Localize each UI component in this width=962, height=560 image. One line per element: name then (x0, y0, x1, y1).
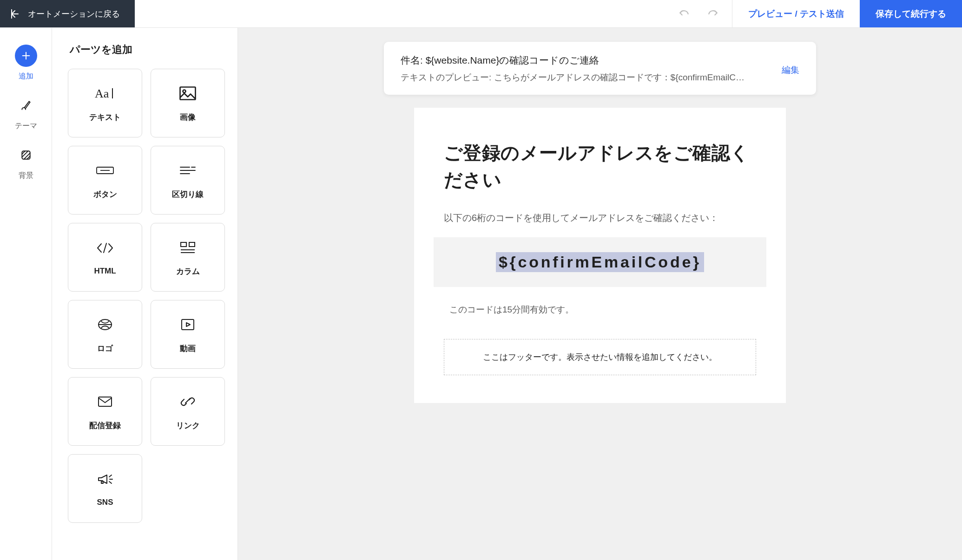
subject-line: 件名: ${website.Name}の確認コードのご連絡 (401, 54, 768, 67)
text-icon: Aa (95, 84, 115, 103)
texture-icon (15, 144, 37, 166)
megaphone-icon (97, 470, 113, 488)
undo-icon (678, 8, 690, 20)
part-label: カラム (176, 266, 200, 277)
footer-placeholder-text: ここはフッターです。表示させたい情報を追加してください。 (483, 352, 717, 362)
subject-preview-card: 件名: ${website.Name}の確認コードのご連絡 テキストのプレビュー… (384, 42, 816, 95)
button-icon (96, 161, 114, 180)
main-layout: 追加 テーマ 背景 (0, 28, 962, 560)
code-icon (95, 239, 115, 257)
subject-text-area: 件名: ${website.Name}の確認コードのご連絡 テキストのプレビュー… (401, 54, 768, 84)
app-header: オートメーションに戻る (0, 0, 962, 28)
svg-line-20 (104, 243, 106, 253)
redo-button[interactable] (698, 0, 727, 27)
svg-rect-21 (181, 242, 186, 247)
confirmation-code-block: ${confirmEmailCode} (434, 237, 766, 287)
edit-label: 編集 (782, 65, 799, 75)
preview-line: テキストのプレビュー: こちらがメールアドレスの確認コードです：${confir… (401, 72, 768, 84)
part-label: ロゴ (97, 343, 113, 354)
part-subscribe[interactable]: 配信登録 (68, 377, 142, 446)
part-label: HTML (94, 267, 116, 276)
divider-icon (178, 161, 197, 180)
rail-label: 背景 (19, 171, 33, 181)
plus-icon (15, 45, 37, 67)
image-icon (179, 84, 196, 103)
column-icon (180, 238, 196, 257)
back-arrow-icon (9, 8, 20, 20)
header-spacer (135, 0, 665, 27)
svg-rect-29 (99, 397, 112, 406)
video-icon (180, 315, 195, 334)
redo-icon (707, 8, 719, 20)
subject-value: ${website.Name}の確認コードのご連絡 (426, 55, 600, 65)
edit-subject-button[interactable]: 編集 (782, 64, 799, 76)
part-label: 区切り線 (172, 189, 204, 200)
preview-test-send-button[interactable]: プレビュー / テスト送信 (732, 0, 860, 27)
part-link[interactable]: リンク (151, 377, 225, 446)
save-label: 保存して続行する (876, 8, 946, 20)
part-button[interactable]: ボタン (68, 146, 142, 215)
history-group (665, 0, 732, 27)
rail-label: 追加 (19, 72, 33, 81)
editor-canvas: 件名: ${website.Name}の確認コードのご連絡 テキストのプレビュー… (238, 28, 962, 560)
rail-tab-background[interactable]: 背景 (15, 144, 37, 181)
subject-prefix: 件名: (401, 55, 426, 65)
part-label: SNS (97, 498, 113, 507)
preview-value: こちらがメールアドレスの確認コードです：${confirmEmailC… (494, 72, 745, 82)
svg-line-30 (185, 398, 190, 403)
part-label: テキスト (89, 112, 121, 123)
part-label: リンク (176, 420, 200, 431)
svg-text:Aa: Aa (95, 87, 109, 100)
email-body-canvas[interactable]: ご登録のメールアドレスをご確認ください 以下の6桁のコードを使用してメールアドレ… (414, 108, 786, 403)
left-rail: 追加 テーマ 背景 (0, 28, 52, 560)
preview-label: プレビュー / テスト送信 (748, 8, 844, 20)
part-video[interactable]: 動画 (151, 300, 225, 369)
part-label: 配信登録 (89, 420, 121, 431)
part-divider[interactable]: 区切り線 (151, 146, 225, 215)
part-sns[interactable]: SNS (68, 454, 142, 523)
part-label: ボタン (93, 189, 117, 200)
svg-rect-22 (189, 242, 195, 247)
parts-panel: パーツを追加 Aa テキスト 画像 ボタン (52, 28, 238, 560)
header-actions: プレビュー / テスト送信 保存して続行する (665, 0, 962, 27)
parts-grid: Aa テキスト 画像 ボタン 区切り線 (68, 69, 222, 523)
parts-panel-title: パーツを追加 (70, 43, 222, 57)
email-heading: ご登録のメールアドレスをご確認ください (444, 139, 756, 193)
part-label: 画像 (180, 112, 196, 123)
part-text[interactable]: Aa テキスト (68, 69, 142, 137)
email-footer-placeholder[interactable]: ここはフッターです。表示させたい情報を追加してください。 (444, 339, 756, 375)
back-label: オートメーションに戻る (28, 8, 120, 20)
part-column[interactable]: カラム (151, 223, 225, 292)
svg-line-31 (109, 475, 112, 477)
rail-tab-add[interactable]: 追加 (15, 45, 37, 81)
part-html[interactable]: HTML (68, 223, 142, 292)
svg-rect-27 (182, 319, 194, 330)
rail-tab-theme[interactable]: テーマ (15, 94, 37, 131)
link-icon (180, 392, 196, 411)
svg-line-33 (109, 482, 112, 483)
svg-point-13 (183, 90, 186, 92)
email-instruction: 以下の6桁のコードを使用してメールアドレスをご確認ください： (444, 212, 756, 224)
part-image[interactable]: 画像 (151, 69, 225, 137)
envelope-icon (97, 392, 113, 411)
part-logo[interactable]: ロゴ (68, 300, 142, 369)
back-to-automations-button[interactable]: オートメーションに戻る (0, 0, 135, 27)
confirmation-code-token: ${confirmEmailCode} (496, 252, 704, 272)
email-validity-note: このコードは15分間有効です。 (449, 304, 756, 316)
svg-rect-12 (180, 87, 196, 99)
rail-label: テーマ (15, 121, 37, 131)
undo-button[interactable] (670, 0, 698, 27)
svg-marker-28 (186, 323, 190, 326)
save-continue-button[interactable]: 保存して続行する (860, 0, 962, 27)
part-label: 動画 (180, 343, 196, 354)
preview-prefix: テキストのプレビュー: (401, 72, 494, 82)
brush-icon (15, 94, 37, 117)
logo-icon (97, 315, 113, 334)
